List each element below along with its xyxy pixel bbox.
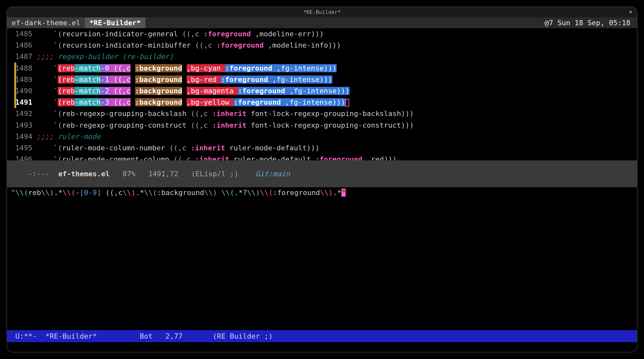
code-token: ((,c xyxy=(191,41,216,49)
regex-token xyxy=(217,189,221,197)
modeline-mode: (ELisp/l ;) xyxy=(191,170,256,178)
code-token xyxy=(131,64,135,72)
re-builder-gap xyxy=(7,198,637,330)
code-token: ,fg-intense))) xyxy=(285,87,350,95)
line-number: 1486 xyxy=(7,40,36,51)
modeline-filename: ef-themes.el xyxy=(58,170,110,178)
tab-ef-dark-theme[interactable]: ef-dark-theme.el xyxy=(7,17,85,28)
line-content: `(ruler-mode-column-number ((,c :inherit… xyxy=(36,142,319,154)
code-token: reb xyxy=(62,98,75,106)
code-token: :foreground xyxy=(234,98,281,106)
line-content: `(reb-regexp-grouping-construct ((,c :in… xyxy=(36,120,414,131)
code-token: `( xyxy=(36,155,62,160)
code-token: ((,c xyxy=(109,64,131,72)
code-token: `( xyxy=(36,110,62,118)
code-line[interactable]: 1496 `(ruler-mode-comment-column ((,c :i… xyxy=(7,154,637,160)
code-token: ,modeline-info))) xyxy=(264,41,341,49)
code-token xyxy=(182,87,186,95)
code-line[interactable]: 1493 `(reb-regexp-grouping-construct ((,… xyxy=(7,120,637,131)
modeline-position: 1491,72 xyxy=(148,170,191,178)
code-token: ((,c xyxy=(187,110,212,118)
code-token: font-lock-regexp-grouping-construct))) xyxy=(247,121,414,129)
code-line[interactable]: 1487;;;; regexp-builder (re-builder) xyxy=(7,51,637,62)
line-number: 1495 xyxy=(7,142,36,154)
code-token: -2 xyxy=(101,87,109,95)
code-line[interactable]: 1495 `(ruler-mode-column-number ((,c :in… xyxy=(7,142,637,154)
line-content: `(reb-match-3 ((,c :background ,bg-yello… xyxy=(36,97,349,108)
code-token: regexp-builder (re-builder) xyxy=(58,52,174,61)
regex-token: .* xyxy=(54,189,63,197)
code-token: :foreground xyxy=(204,30,251,38)
change-indicator xyxy=(14,63,16,74)
code-token: ruler-mode xyxy=(58,133,100,141)
modeline-main: -:--- ef-themes.el 87% 1491,72 (ELisp/l … xyxy=(7,160,637,187)
code-token: :foreground xyxy=(225,64,272,72)
clock: @7 Sun 18 Sep, 05:18 xyxy=(545,19,637,27)
code-token: :foreground xyxy=(221,75,268,84)
code-line[interactable]: 1491 `(reb-match-3 ((,c :background ,bg-… xyxy=(7,97,637,108)
code-token: ruler-mode-column-number xyxy=(62,144,165,152)
line-number: 1489 xyxy=(7,74,36,85)
code-token: `( xyxy=(36,30,62,38)
tab-re-builder[interactable]: *RE-Builder* xyxy=(85,17,145,28)
cursor xyxy=(345,99,349,107)
code-token: -match xyxy=(75,75,100,84)
line-number: 1487 xyxy=(7,51,36,62)
code-token: ,fg-intense))) xyxy=(272,64,337,72)
line-content: `(reb-match-2 ((,c :background ,bg-magen… xyxy=(36,85,350,97)
tab-bar: ef-dark-theme.el *RE-Builder* @7 Sun 18 … xyxy=(7,17,637,28)
code-line[interactable]: 1494;;;; ruler-mode xyxy=(7,131,637,142)
window-title: *RE-Builder* xyxy=(303,9,341,15)
change-indicator xyxy=(14,85,16,97)
regex-token: \\) xyxy=(320,189,333,197)
regex-token: \\) xyxy=(204,189,217,197)
change-indicator xyxy=(14,97,16,108)
regex-token: .* xyxy=(135,189,144,197)
code-token: recursion-indicator-minibuffer xyxy=(62,41,190,49)
close-icon[interactable]: × xyxy=(629,8,632,15)
minibuffer[interactable] xyxy=(7,342,637,352)
regex-token: \\) xyxy=(41,189,54,197)
code-token: ` xyxy=(36,64,58,72)
line-number: 1492 xyxy=(7,108,36,119)
regex-token: .* xyxy=(333,189,342,197)
code-token: reb-regexp-grouping-backslash xyxy=(62,110,186,118)
code-token xyxy=(131,98,135,106)
code-token: `( xyxy=(36,144,62,152)
code-line[interactable]: 1488 `(reb-match-0 ((,c :background ,bg-… xyxy=(7,63,637,74)
code-token: -3 xyxy=(101,98,109,106)
regex-token: \\( xyxy=(144,189,157,197)
code-token: ,fg-intense))) xyxy=(281,98,345,106)
regex-token: :background xyxy=(157,189,204,197)
code-line[interactable]: 1486 `(recursion-indicator-minibuffer ((… xyxy=(7,40,637,51)
code-line[interactable]: 1489 `(reb-match-1 ((,c :background ,bg-… xyxy=(7,74,637,85)
code-line[interactable]: 1485 `(recursion-indicator-general ((,c … xyxy=(7,28,637,40)
line-number: 1485 xyxy=(7,28,36,40)
code-token: :inherit xyxy=(212,110,247,118)
re-builder-input[interactable]: "\\(reb\\).*\\(-[0-9] ((,c\\).*\\(:backg… xyxy=(7,187,637,198)
code-token: reb xyxy=(62,75,75,84)
code-token xyxy=(131,87,135,95)
code-token: -match xyxy=(75,64,100,72)
code-token: -match xyxy=(75,98,100,106)
code-line[interactable]: 1490 `(reb-match-2 ((,c :background ,bg-… xyxy=(7,85,637,97)
regex-token: " xyxy=(11,189,15,197)
code-token: ,modeline-err))) xyxy=(251,30,324,38)
code-line[interactable]: 1492 `(reb-regexp-grouping-backslash ((,… xyxy=(7,108,637,119)
code-token: ((,c xyxy=(109,75,131,84)
regex-token: ((,c xyxy=(101,189,122,197)
code-token: `( xyxy=(36,41,62,49)
line-content: ;;;; ruler-mode xyxy=(36,131,101,142)
code-token: :foreground xyxy=(315,155,362,160)
editor-main[interactable]: 1485 `(recursion-indicator-general ((,c … xyxy=(7,28,637,160)
code-token: :background xyxy=(135,87,182,95)
code-token: :foreground xyxy=(216,41,264,49)
code-token: ,bg-magenta xyxy=(187,87,238,95)
line-content: `(ruler-mode-comment-column ((,c :inheri… xyxy=(36,154,397,160)
code-token: ` xyxy=(36,98,58,106)
regex-token: \\( xyxy=(63,189,75,197)
regex-token: [0-9] xyxy=(80,189,101,197)
regex-token: \\( xyxy=(15,189,28,197)
code-token: -1 xyxy=(101,75,109,84)
regex-token: .*? xyxy=(234,189,247,197)
